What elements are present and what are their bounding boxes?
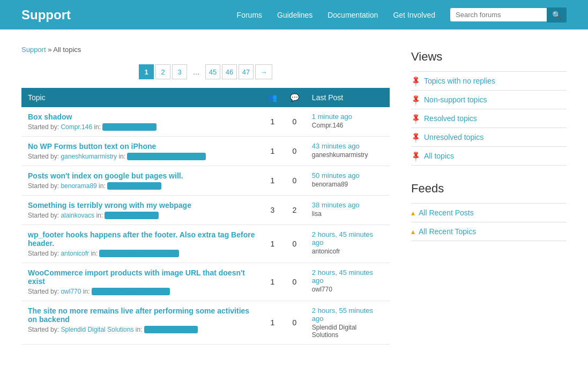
page-2[interactable]: 2 (155, 64, 170, 79)
pin-icon-3: 📌 (410, 112, 422, 124)
search-button[interactable]: 🔍 (547, 8, 567, 23)
nav-get-involved[interactable]: Get Involved (393, 11, 435, 19)
topic-forum-tag[interactable]: Developing with WordPress (99, 250, 179, 257)
voices-cell: 1 (262, 137, 284, 166)
topic-author[interactable]: benorama89 (61, 182, 96, 190)
topic-author[interactable]: owl770 (61, 288, 81, 295)
unresolved-topics-link[interactable]: Unresolved topics (424, 133, 483, 141)
topic-forum-tag[interactable]: Everything else WordPress (127, 153, 205, 160)
topic-meta: Started by: owl770 in: Everything else W… (28, 288, 255, 295)
content-area: Support » All topics 1 2 3 … 45 46 47 → … (0, 29, 588, 361)
replies-cell: 2 (284, 196, 306, 225)
table-row: No WP Forms button text on iPhone Starte… (21, 137, 390, 166)
last-post-time: 50 minutes ago (312, 171, 383, 180)
topic-author[interactable]: alainkovacs (61, 212, 94, 219)
last-post-cell: 38 minutes ago lisa (306, 196, 390, 225)
list-item: 📌 Unresolved topics (411, 128, 567, 147)
pin-icon-1: 📌 (410, 74, 422, 87)
pagination-dots: … (189, 64, 204, 79)
voices-cell: 3 (262, 196, 284, 225)
last-post-cell: 2 hours, 45 minutes ago owl770 (306, 263, 390, 301)
topic-title[interactable]: Something is terribly wrong with my webp… (28, 201, 191, 210)
list-item: 📌 Non-support topics (411, 91, 567, 109)
topic-meta: Started by: Splendid Digital Solutions i… (28, 326, 255, 333)
last-post-time: 2 hours, 45 minutes ago (312, 230, 383, 247)
topic-author[interactable]: antonicofr (61, 250, 89, 257)
non-support-topics-link[interactable]: Non-support topics (424, 95, 487, 104)
replies-cell: 0 (284, 166, 306, 196)
breadcrumb-separator: » (46, 46, 54, 54)
replies-icon: 💬 (290, 93, 299, 102)
last-post-time: 2 hours, 45 minutes ago (312, 268, 383, 285)
replies-cell: 0 (284, 263, 306, 301)
all-recent-topics-link[interactable]: All Recent Topics (419, 227, 476, 236)
all-topics-link[interactable]: All topics (424, 152, 454, 160)
page-47[interactable]: 47 (239, 64, 254, 79)
last-post-time: 1 minute ago (312, 113, 383, 121)
list-item: 📌 Topics with no replies (411, 72, 567, 91)
search-bar: 🔍 (450, 8, 567, 23)
site-header: Support Forums Guidelines Documentation … (0, 0, 588, 29)
page-45[interactable]: 45 (205, 64, 220, 79)
all-recent-posts-link[interactable]: All Recent Posts (419, 208, 474, 217)
feed-icon-2: ▴ (411, 227, 415, 236)
topic-cell: The site no more remains live after perf… (21, 301, 262, 345)
topic-author[interactable]: Compr.146 (61, 123, 92, 131)
topics-no-replies-link[interactable]: Topics with no replies (424, 77, 495, 85)
views-title: Views (411, 50, 567, 64)
nav-documentation[interactable]: Documentation (328, 11, 378, 19)
topic-title[interactable]: Box shadow (28, 113, 72, 121)
page-46[interactable]: 46 (222, 64, 237, 79)
topic-author[interactable]: Splendid Digital Solutions (61, 326, 133, 333)
topic-title[interactable]: No WP Forms button text on iPhone (28, 142, 156, 151)
last-post-user: Splendid Digital Solutions (312, 324, 383, 339)
replies-cell: 0 (284, 107, 306, 137)
feed-icon-1: ▴ (411, 208, 415, 217)
topic-meta: Started by: Compr.146 in: Fixing WordPre… (28, 123, 255, 131)
list-item: 📌 Resolved topics (411, 109, 567, 128)
col-replies: 💬 (284, 88, 306, 107)
next-page[interactable]: → (255, 64, 272, 79)
replies-cell: 0 (284, 225, 306, 263)
last-post-time: 38 minutes ago (312, 201, 383, 209)
page-1[interactable]: 1 (139, 64, 154, 79)
topic-meta: Started by: alainkovacs in: Fixing WordP… (28, 212, 255, 219)
topic-forum-tag[interactable]: Everything else WordPress (92, 288, 170, 295)
last-post-cell: 1 minute ago Compr.146 (306, 107, 390, 137)
topic-cell: Box shadow Started by: Compr.146 in: Fix… (21, 107, 262, 137)
col-last-post: Last Post (306, 88, 390, 107)
voices-icon: 👥 (268, 93, 277, 102)
page-3[interactable]: 3 (172, 64, 187, 79)
breadcrumb-support[interactable]: Support (21, 46, 46, 54)
table-header: Topic 👥 💬 Last Post (21, 88, 390, 107)
topic-forum-tag[interactable]: Fixing WordPress (102, 123, 157, 131)
last-post-cell: 2 hours, 45 minutes ago antonicofr (306, 225, 390, 263)
feeds-list: ▴ All Recent Posts ▴ All Recent Topics (411, 203, 567, 241)
topic-forum-tag[interactable]: Fixing WordPress (105, 212, 159, 219)
topic-title[interactable]: Posts won't index on google but pages wi… (28, 171, 183, 180)
nav-guidelines[interactable]: Guidelines (277, 11, 312, 19)
search-input[interactable] (450, 8, 547, 21)
topic-title[interactable]: WooCommerce import products with image U… (28, 268, 245, 286)
last-post-user: antonicofr (312, 248, 383, 255)
last-post-time: 43 minutes ago (312, 142, 383, 150)
voices-cell: 1 (262, 263, 284, 301)
topic-forum-tag[interactable]: Fixing WordPress (144, 326, 198, 333)
replies-cell: 0 (284, 137, 306, 166)
topics-tbody: Box shadow Started by: Compr.146 in: Fix… (21, 107, 390, 345)
last-post-user: benorama89 (312, 181, 383, 188)
resolved-topics-link[interactable]: Resolved topics (424, 114, 477, 123)
last-post-time: 2 hours, 55 minutes ago (312, 307, 383, 323)
topic-author[interactable]: ganeshkumarmistry (61, 153, 117, 160)
feeds-section: Feeds ▴ All Recent Posts ▴ All Recent To… (411, 182, 567, 241)
topic-cell: No WP Forms button text on iPhone Starte… (21, 137, 262, 166)
list-item: ▴ All Recent Topics (411, 222, 567, 241)
list-item: 📌 All topics (411, 147, 567, 166)
pin-icon-4: 📌 (410, 131, 422, 143)
topic-title[interactable]: The site no more remains live after perf… (28, 307, 249, 324)
sidebar: Views 📌 Topics with no replies 📌 Non-sup… (411, 46, 567, 345)
nav-forums[interactable]: Forums (237, 11, 262, 19)
topic-forum-tag[interactable]: Fixing WordPress (107, 182, 161, 190)
topic-title[interactable]: wp_footer hooks happens after the footer… (28, 230, 255, 248)
pin-icon-5: 📌 (410, 150, 422, 162)
